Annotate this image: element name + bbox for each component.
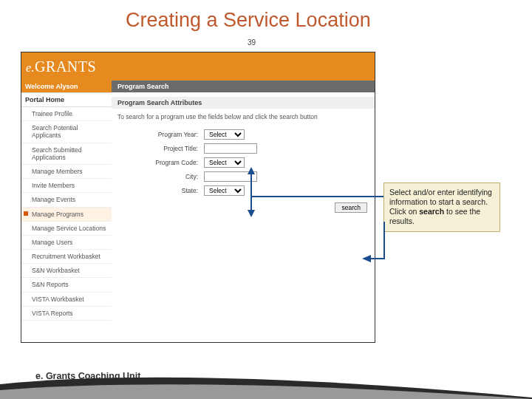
input-project-title[interactable] [204,143,257,154]
app-window: e.GRANTS Welcome Alyson Portal Home Trai… [21,52,375,343]
select-program-code[interactable]: Select [204,157,245,168]
sidebar-item-manage-service-locations[interactable]: Manage Service Locations [21,222,112,236]
sidebar-item-sn-reports[interactable]: S&N Reports [21,278,112,292]
label-project-title: Project Title: [134,145,204,152]
main-panel: Program Search Program Search Attributes… [112,81,375,321]
callout-bold: search [419,207,444,216]
sidebar-item-trainee-profile[interactable]: Trainee Profile [21,107,112,121]
app-header: e.GRANTS [21,52,375,81]
input-city[interactable] [204,171,257,182]
sidebar-item-vista-reports[interactable]: VISTA Reports [21,307,112,321]
callout-box: Select and/or enter identifying informat… [383,183,500,232]
search-form: Program Year: Select Project Title: Prog… [134,129,375,196]
label-city: City: [134,173,204,180]
section-title: Program Search Attributes [112,97,375,109]
slide-title: Creating a Service Location [126,9,371,32]
app-logo: e.GRANTS [26,58,96,75]
sidebar-item-manage-events[interactable]: Manage Events [21,193,112,207]
sidebar-item-manage-members[interactable]: Manage Members [21,165,112,179]
sidebar-portal-home[interactable]: Portal Home [21,92,112,107]
sidebar-item-manage-users[interactable]: Manage Users [21,236,112,250]
sidebar-item-search-submitted[interactable]: Search Submitted Applications [21,143,112,165]
slide-footer: e. Grants Coaching Unit [35,371,140,381]
label-program-code: Program Code: [134,159,204,166]
slide-number: 39 [248,38,256,47]
main-header: Program Search [112,81,375,92]
welcome-label: Welcome Alyson [21,81,112,92]
instruction-text: To search for a program use the fields b… [112,109,375,125]
sidebar-item-recruitment-workbasket[interactable]: Recruitment Workbasket [21,250,112,264]
logo-brand: GRANTS [35,58,96,75]
sidebar-item-manage-programs[interactable]: Manage Programs [21,208,112,222]
search-button[interactable]: search [335,202,367,213]
sidebar-item-invite-members[interactable]: Invite Members [21,179,112,193]
label-program-year: Program Year: [134,131,204,138]
sidebar-item-vista-workbasket[interactable]: VISTA Workbasket [21,293,112,307]
sidebar-item-sn-workbasket[interactable]: S&N Workbasket [21,264,112,278]
logo-e: e. [26,61,35,74]
sidebar-item-search-potential[interactable]: Search Potential Applicants [21,121,112,143]
select-state[interactable]: Select [204,185,245,196]
select-program-year[interactable]: Select [204,129,245,140]
label-state: State: [134,187,204,194]
sidebar: Welcome Alyson Portal Home Trainee Profi… [21,81,112,321]
